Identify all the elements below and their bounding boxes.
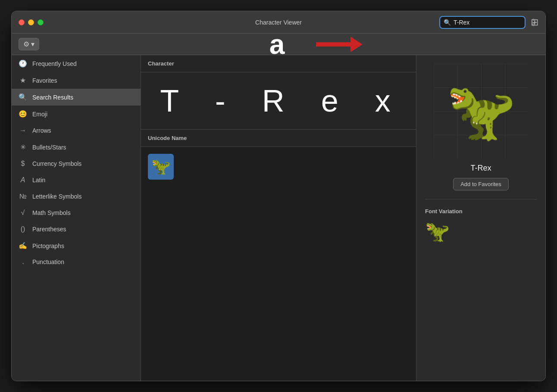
clock-icon: 🕐 — [19, 59, 27, 68]
parentheses-icon: () — [19, 225, 27, 233]
sidebar-item-parentheses[interactable]: () Parentheses — [12, 221, 141, 237]
sidebar-label-favorites: Favorites — [32, 77, 57, 84]
bullets-icon: ✳ — [19, 143, 27, 151]
search-icon: 🔍 — [444, 19, 451, 26]
sidebar-item-bullets-stars[interactable]: ✳ Bullets/Stars — [12, 139, 141, 156]
arrows-icon: → — [19, 127, 27, 134]
gear-menu-button[interactable]: ⚙ ▾ — [19, 38, 39, 50]
latin-icon: A — [19, 176, 27, 184]
sidebar-label-pictographs: Pictographs — [32, 243, 64, 249]
punctuation-icon: ., — [19, 259, 27, 264]
sidebar-label-bullets-stars: Bullets/Stars — [32, 144, 66, 151]
right-panel: 🦖 T-Rex Add to Favorites Font Variation … — [416, 55, 545, 381]
results-grid: 🦖 — [141, 147, 416, 381]
large-preview: 🦖 — [434, 64, 529, 159]
sidebar-item-math-symbols[interactable]: √ Math Symbols — [12, 205, 141, 221]
sidebar-item-search-results[interactable]: 🔍 Search Results — [12, 89, 141, 106]
sidebar-label-parentheses: Parentheses — [32, 226, 66, 233]
pictographs-icon: ✍ — [19, 242, 27, 250]
variation-emoji[interactable]: 🦖 — [425, 220, 450, 243]
maximize-button[interactable] — [38, 19, 44, 25]
font-variation-section: Font Variation 🦖 — [425, 208, 537, 243]
sidebar-label-search-results: Search Results — [32, 94, 73, 101]
window-title: Character Viewer — [255, 19, 302, 26]
sidebar-label-arrows: Arrows — [32, 127, 51, 134]
add-to-favorites-button[interactable]: Add to Favorites — [453, 178, 509, 190]
close-button[interactable] — [19, 19, 25, 25]
trex-emoji: 🦖 — [151, 158, 171, 176]
sidebar-label-currency-symbols: Currency Symbols — [32, 160, 81, 167]
star-icon: ★ — [19, 76, 27, 84]
sidebar-label-punctuation: Punctuation — [32, 258, 64, 265]
grid-view-button[interactable]: ⊞ — [531, 17, 538, 28]
sidebar-item-currency-symbols[interactable]: $ Currency Symbols — [12, 156, 141, 172]
arrow-annotation — [316, 37, 363, 52]
middle-panel: Character T - R e x Unicode Name 🦖 — [141, 55, 416, 381]
arrow-body — [316, 42, 350, 47]
sidebar-label-letterlike-symbols: Letterlike Symbols — [32, 193, 81, 200]
letterlike-icon: № — [19, 193, 27, 200]
sidebar-item-favorites[interactable]: ★ Favorites — [12, 72, 141, 89]
sidebar-item-pictographs[interactable]: ✍ Pictographs — [12, 237, 141, 254]
result-cell-trex[interactable]: 🦖 — [148, 154, 174, 180]
search-results-icon: 🔍 — [19, 93, 27, 101]
char-name: T-Rex — [470, 164, 491, 173]
sidebar-item-latin[interactable]: A Latin — [12, 172, 141, 188]
dropdown-arrow-icon: ▾ — [31, 40, 34, 48]
sidebar-label-emoji: Emoji — [32, 111, 47, 118]
sidebar-label-frequently-used: Frequently Used — [32, 60, 77, 67]
sidebar-item-arrows[interactable]: → Arrows — [12, 122, 141, 139]
large-letter-display: a — [269, 31, 285, 58]
sidebar-label-latin: Latin — [32, 177, 45, 184]
character-text: T - R e x — [160, 85, 397, 116]
sidebar-item-punctuation[interactable]: ., Punctuation — [12, 254, 141, 270]
preview-area: 🦖 T-Rex Add to Favorites — [425, 64, 537, 199]
arrow-head — [350, 37, 363, 52]
preview-emoji: 🦖 — [446, 83, 516, 139]
unicode-name-header: Unicode Name — [141, 130, 416, 147]
search-box[interactable]: 🔍 ✕ — [439, 16, 526, 29]
sidebar-label-math-symbols: Math Symbols — [32, 209, 71, 216]
toolbar: ⚙ ▾ a — [12, 34, 545, 55]
sidebar-item-frequently-used[interactable]: 🕐 Frequently Used — [12, 55, 141, 72]
math-icon: √ — [19, 209, 27, 217]
minimize-button[interactable] — [28, 19, 34, 25]
sidebar-item-emoji[interactable]: 😊 Emoji — [12, 106, 141, 122]
font-variation-title: Font Variation — [425, 208, 537, 215]
sidebar: 🕐 Frequently Used ★ Favorites 🔍 Search R… — [12, 55, 141, 381]
gear-icon: ⚙ — [23, 40, 29, 48]
search-input[interactable] — [454, 19, 529, 26]
main-content: 🕐 Frequently Used ★ Favorites 🔍 Search R… — [12, 55, 545, 381]
sidebar-item-letterlike-symbols[interactable]: № Letterlike Symbols — [12, 188, 141, 205]
titlebar-controls: 🔍 ✕ ⊞ — [439, 16, 538, 29]
character-viewer-window: Character Viewer 🔍 ✕ ⊞ ⚙ ▾ a 🕐 Freq — [11, 11, 546, 381]
traffic-lights — [19, 19, 44, 25]
character-display: T - R e x — [141, 72, 416, 130]
currency-icon: $ — [19, 160, 27, 168]
emoji-icon: 😊 — [19, 110, 27, 118]
